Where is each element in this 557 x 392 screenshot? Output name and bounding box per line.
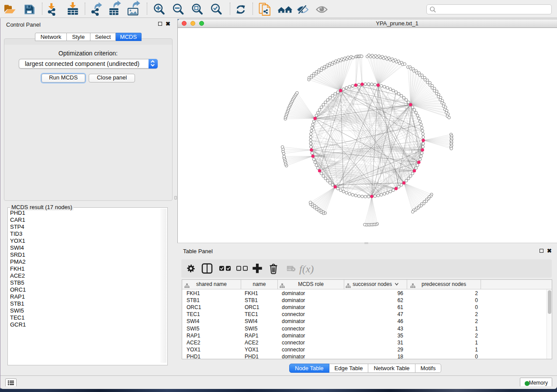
svg-text:f(x): f(x)	[299, 263, 314, 275]
